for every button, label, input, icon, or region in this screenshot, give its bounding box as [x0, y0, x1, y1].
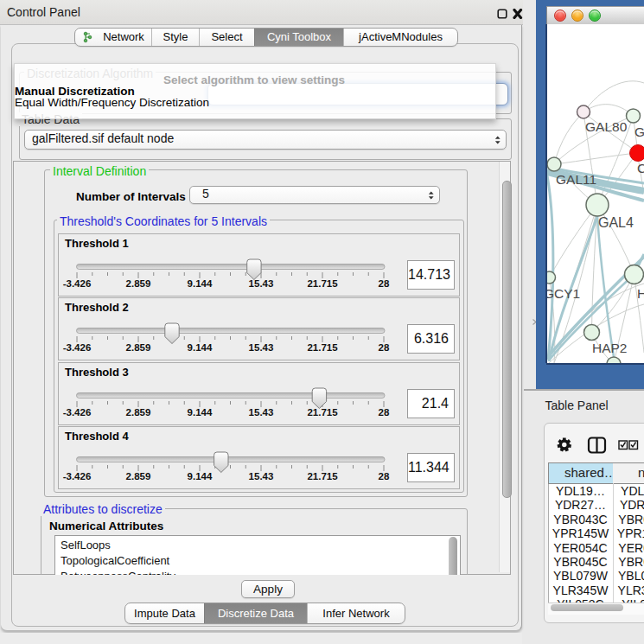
svg-text:2.859: 2.859 [126, 471, 151, 481]
svg-text:2.859: 2.859 [126, 407, 151, 418]
svg-text:21.715: 21.715 [307, 278, 338, 289]
svg-text:21.715: 21.715 [307, 342, 338, 353]
svg-text:9.144: 9.144 [188, 407, 213, 418]
svg-text:9.144: 9.144 [188, 342, 213, 353]
svg-text:C: C [637, 161, 644, 175]
svg-text:H: H [637, 286, 644, 301]
svg-text:28: 28 [379, 342, 390, 353]
svg-text:GAL11: GAL11 [556, 172, 596, 187]
svg-text:-3.426: -3.426 [63, 471, 92, 481]
svg-text:GAL4: GAL4 [598, 215, 634, 230]
svg-text:2.859: 2.859 [126, 342, 151, 353]
svg-text:28: 28 [379, 471, 390, 481]
svg-text:21.715: 21.715 [307, 471, 338, 481]
svg-text:2.859: 2.859 [126, 278, 151, 289]
svg-text:15.43: 15.43 [249, 407, 274, 418]
svg-text:-3.426: -3.426 [63, 407, 92, 418]
svg-text:28: 28 [379, 407, 390, 418]
svg-text:9.144: 9.144 [188, 471, 213, 481]
svg-text:21.715: 21.715 [307, 407, 338, 418]
svg-text:15.43: 15.43 [249, 471, 274, 481]
svg-text:GCY1: GCY1 [547, 286, 580, 301]
svg-text:G: G [634, 124, 644, 139]
svg-text:15.43: 15.43 [249, 342, 274, 353]
svg-text:GAL80: GAL80 [585, 119, 628, 134]
svg-text:HAP2: HAP2 [592, 341, 628, 355]
svg-text:-3.426: -3.426 [63, 278, 92, 289]
svg-text:9.144: 9.144 [188, 278, 213, 289]
svg-text:28: 28 [379, 278, 390, 289]
svg-text:15.43: 15.43 [249, 278, 274, 289]
svg-text:-3.426: -3.426 [63, 342, 92, 353]
